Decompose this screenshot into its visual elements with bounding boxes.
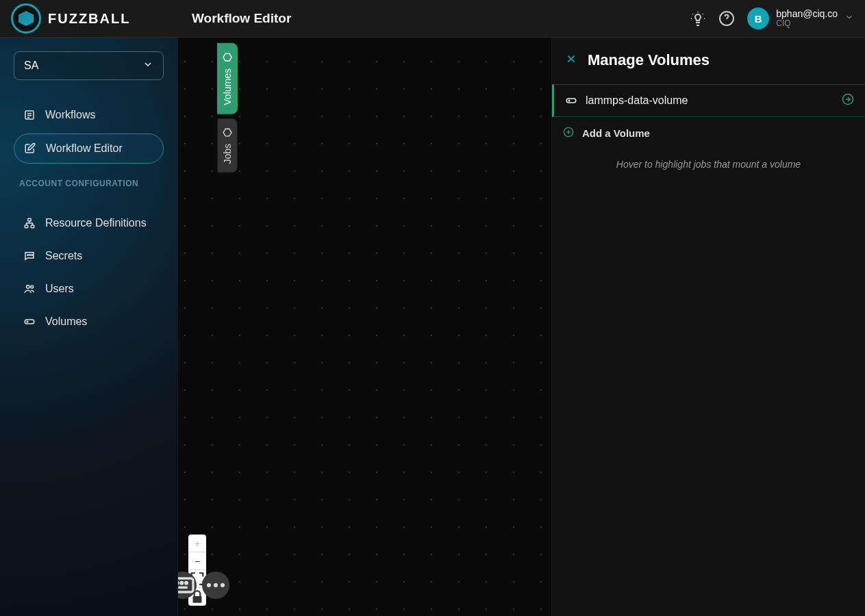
svg-point-8 [27,255,29,256]
logo-icon [11,3,41,34]
sidebar-item-workflow-editor[interactable]: Workflow Editor [14,133,164,164]
svg-rect-7 [31,225,34,228]
org-selector[interactable]: SA [14,51,164,80]
panel-title: Manage Volumes [588,51,710,69]
svg-rect-6 [25,225,28,228]
user-org: CIQ [776,19,838,28]
zoom-out-button[interactable]: − [188,552,206,570]
svg-point-11 [27,285,30,289]
job-icon [222,127,233,138]
arrow-right-icon[interactable] [842,93,854,108]
drive-icon [565,94,577,107]
svg-point-27 [221,583,225,587]
zoom-in-button[interactable]: + [188,535,206,552]
close-icon[interactable] [566,53,577,67]
volume-row[interactable]: lammps-data-volume [552,84,865,117]
manage-volumes-panel: Manage Volumes lammps-data-volume Add a … [551,38,865,616]
brand-name: FUZZBALL [48,11,130,27]
sidebar-item-workflows[interactable]: Workflows [14,101,164,129]
svg-marker-15 [223,129,231,136]
tab-jobs[interactable]: Jobs [217,118,238,173]
svg-point-9 [29,255,31,256]
svg-rect-30 [566,99,576,103]
svg-point-31 [568,100,570,101]
user-email: bphan@ciq.co [776,9,838,19]
tab-volumes[interactable]: Volumes [217,43,238,114]
svg-point-26 [214,583,218,587]
theme-toggle-icon[interactable] [690,10,706,27]
sidebar-item-label: Workflows [45,109,96,121]
sidebar-item-label: Workflow Editor [46,142,123,155]
sidebar-item-label: Users [45,283,74,295]
svg-point-14 [27,321,28,322]
help-icon[interactable] [718,10,735,27]
chevron-down-icon [844,12,854,25]
sidebar-section-label: ACCOUNT CONFIGURATION [19,179,158,188]
panel-hint: Hover to highlight jobs that mount a vol… [552,149,865,179]
brand-logo[interactable]: FUZZBALL [11,3,178,34]
avatar: B [747,8,769,29]
drive-icon [23,316,36,328]
tree-icon [23,217,36,229]
edit-icon [24,142,36,155]
svg-rect-13 [25,320,34,324]
tab-label: Jobs [222,144,233,164]
keyboard-shortcuts-button[interactable] [178,572,197,599]
plus-circle-icon [563,127,574,140]
sidebar-item-label: Resource Definitions [45,217,147,229]
user-menu[interactable]: B bphan@ciq.co CIQ [747,8,854,29]
org-selector-value: SA [24,60,38,72]
sidebar-item-secrets[interactable]: Secrets [14,242,164,270]
svg-point-12 [31,285,34,288]
add-volume-button[interactable]: Add a Volume [552,117,865,149]
workflow-canvas[interactable]: run-lammps Volumes Jobs [178,38,551,616]
page-title: Workflow Editor [178,11,690,26]
sidebar-item-resource-definitions[interactable]: Resource Definitions [14,209,164,238]
svg-rect-20 [178,578,193,592]
sidebar-item-label: Secrets [45,250,82,262]
sidebar-item-label: Volumes [45,316,87,328]
svg-point-10 [32,255,33,256]
volume-name: lammps-data-volume [586,94,688,107]
list-icon [23,109,36,121]
add-volume-label: Add a Volume [582,127,650,139]
users-icon [23,283,36,295]
secret-icon [23,250,36,262]
volume-icon [222,52,233,63]
tab-label: Volumes [222,68,233,105]
svg-rect-5 [28,218,32,221]
sidebar-item-volumes[interactable]: Volumes [14,307,164,336]
chevron-down-icon [142,59,153,73]
svg-point-25 [207,583,211,587]
svg-point-22 [181,582,183,584]
sidebar-item-users[interactable]: Users [14,274,164,303]
more-menu-button[interactable] [202,572,229,599]
svg-point-23 [186,582,188,584]
